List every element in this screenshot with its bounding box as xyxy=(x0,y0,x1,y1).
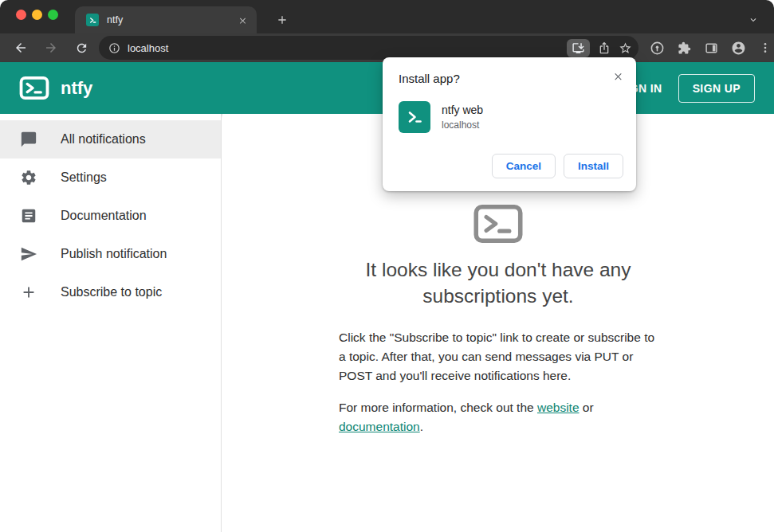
website-link[interactable]: website xyxy=(537,401,580,414)
sidebar-item-publish-notification[interactable]: Publish notification xyxy=(0,235,221,273)
browser-menu-dots-icon[interactable] xyxy=(756,39,774,57)
address-bar-url: localhost xyxy=(128,42,567,54)
extensions-puzzle-icon[interactable] xyxy=(675,39,693,57)
install-dialog-title: Install app? xyxy=(399,72,623,85)
browser-window: ntfy localho xyxy=(0,0,774,532)
side-panel-icon[interactable] xyxy=(702,39,720,57)
ntfy-logo-icon xyxy=(19,76,49,100)
new-tab-button[interactable] xyxy=(273,10,292,29)
brand-name: ntfy xyxy=(61,78,92,99)
more-prefix: For more information, check out the xyxy=(339,401,537,414)
ntfy-terminal-icon xyxy=(339,203,658,244)
back-icon[interactable] xyxy=(11,38,30,57)
more-suffix: . xyxy=(420,420,423,433)
tab-title: ntfy xyxy=(107,14,234,25)
profile-avatar-icon[interactable] xyxy=(729,39,747,57)
empty-state-heading: It looks like you don't have any subscri… xyxy=(339,257,658,309)
install-dialog-app-row: ntfy web localhost xyxy=(399,101,623,133)
empty-state-body: Click the "Subscribe to topic" link to c… xyxy=(339,328,658,385)
window-controls xyxy=(16,10,58,20)
more-middle: or xyxy=(580,401,594,414)
install-app-name: ntfy web xyxy=(442,104,483,116)
sidebar-item-documentation[interactable]: Documentation xyxy=(0,197,221,235)
ntfy-app-icon xyxy=(399,101,430,133)
sidebar: All notifications Settings Documentation… xyxy=(0,114,222,532)
share-icon[interactable] xyxy=(598,41,611,54)
close-window-button[interactable] xyxy=(16,10,26,20)
install-button[interactable]: Install xyxy=(564,154,623,178)
password-manager-extension-icon[interactable] xyxy=(648,39,666,57)
site-info-icon[interactable] xyxy=(108,42,120,54)
sidebar-item-label: Subscribe to topic xyxy=(61,285,162,299)
zoom-window-button[interactable] xyxy=(48,10,58,20)
sidebar-item-label: Publish notification xyxy=(61,247,167,261)
browser-tab-ntfy[interactable]: ntfy xyxy=(75,6,257,33)
send-icon xyxy=(19,244,38,264)
documentation-link[interactable]: documentation xyxy=(339,420,420,433)
reload-icon[interactable] xyxy=(72,38,91,57)
empty-state-more: For more information, check out the webs… xyxy=(339,398,658,436)
install-app-icon[interactable] xyxy=(567,39,590,57)
install-app-dialog: Install app? ntfy web localhost Cancel I… xyxy=(383,57,636,191)
sidebar-item-label: Settings xyxy=(61,170,107,185)
dialog-close-icon[interactable] xyxy=(609,67,627,84)
install-app-origin: localhost xyxy=(442,119,483,131)
sidebar-item-all-notifications[interactable]: All notifications xyxy=(0,120,221,158)
sidebar-item-label: Documentation xyxy=(61,209,147,223)
chat-bubble-icon xyxy=(19,130,38,149)
sidebar-item-subscribe-to-topic[interactable]: Subscribe to topic xyxy=(0,273,221,311)
bookmark-star-icon[interactable] xyxy=(619,41,632,55)
ntfy-brand: ntfy xyxy=(19,76,92,100)
tab-search-chevron-icon[interactable] xyxy=(744,10,763,29)
gear-icon xyxy=(19,168,38,187)
cancel-button[interactable]: Cancel xyxy=(492,154,556,178)
address-bar[interactable]: localhost xyxy=(99,36,638,60)
book-icon xyxy=(19,206,38,225)
sign-up-button[interactable]: SIGN UP xyxy=(678,74,755,103)
sidebar-item-label: All notifications xyxy=(61,132,146,147)
sidebar-item-settings[interactable]: Settings xyxy=(0,158,221,197)
forward-icon[interactable] xyxy=(41,38,61,57)
browser-titlebar: ntfy xyxy=(0,0,774,33)
ntfy-favicon-icon xyxy=(86,14,99,26)
tab-close-icon[interactable] xyxy=(234,12,250,28)
minimize-window-button[interactable] xyxy=(32,10,42,20)
plus-icon xyxy=(19,283,38,302)
